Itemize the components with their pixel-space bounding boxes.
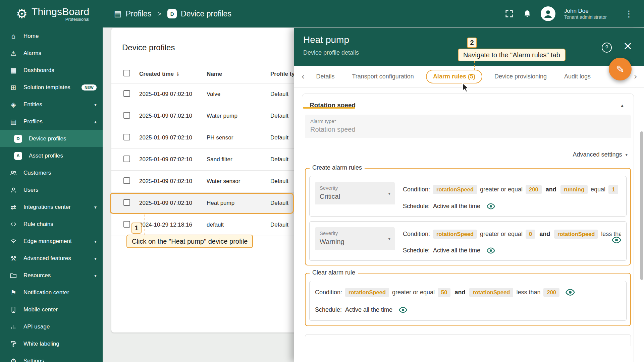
- schedule-row: Schedule: Active all the time: [403, 246, 621, 255]
- sidebar-item-asset-profiles[interactable]: A Asset profiles: [0, 147, 103, 164]
- key-chip: rotationSpeed: [433, 185, 477, 194]
- row-checkbox[interactable]: [123, 177, 130, 184]
- alarm-type-label: Alarm type*: [310, 118, 626, 124]
- severity-value: Warning: [320, 238, 390, 246]
- condition-row: Condition: rotationSpeed greater or equa…: [403, 184, 621, 194]
- edit-fab-button[interactable]: ✎: [609, 58, 632, 80]
- sidebar-item-api-usage[interactable]: API usage: [0, 318, 103, 335]
- dashboards-icon: ▦: [9, 66, 18, 74]
- breadcrumb-section[interactable]: Profiles: [126, 9, 152, 18]
- condition-eye-icon[interactable]: [611, 235, 622, 245]
- row-checkbox[interactable]: [123, 199, 130, 206]
- drawer-scrollbar[interactable]: [640, 131, 643, 280]
- severity-select[interactable]: Severity Warning ▾: [315, 227, 395, 250]
- help-button[interactable]: ?: [602, 43, 612, 53]
- tabs-back-icon[interactable]: ‹: [299, 71, 307, 81]
- advanced-settings-toggle[interactable]: Advanced settings ▾: [302, 146, 634, 163]
- sidebar-item-label: Customers: [23, 170, 51, 176]
- sidebar-item-home[interactable]: ⌂ Home: [0, 27, 103, 45]
- create-alarm-rules-group: Create alarm rules Severity Critical ▾ C…: [305, 168, 631, 265]
- alarm-icon: ⚠: [9, 49, 18, 57]
- user-name: John Doe: [564, 7, 614, 14]
- column-created-time[interactable]: Created time↓: [139, 71, 207, 77]
- user-menu[interactable]: John Doe Tenant administrator: [564, 7, 614, 20]
- tab-device-provisioning[interactable]: Device provisioning: [486, 73, 555, 80]
- advanced-features-icon: ⚒: [9, 254, 18, 262]
- sidebar-item-settings[interactable]: ⚙ Settings: [0, 352, 103, 362]
- sidebar-item-alarms[interactable]: ⚠ Alarms: [0, 45, 103, 62]
- column-name[interactable]: Name: [207, 71, 270, 77]
- key-chip: rotationSpeed: [433, 230, 477, 239]
- chevron-down-icon: ▾: [94, 239, 97, 244]
- condition-row: Condition: rotationSpeed greater or equa…: [403, 230, 621, 239]
- condition-label: Condition:: [315, 289, 342, 296]
- sidebar-item-white-labeling[interactable]: White labeling: [0, 335, 103, 352]
- sidebar-item-resources[interactable]: Resources ▾: [0, 267, 103, 284]
- row-checkbox[interactable]: [123, 156, 130, 162]
- sidebar-item-advanced-features[interactable]: ⚒ Advanced features ▾: [0, 250, 103, 267]
- users-icon: [9, 186, 18, 194]
- annotation-step-label-2: Navigate to the "Alarm rules" tab: [458, 49, 566, 61]
- row-checkbox[interactable]: [123, 90, 130, 97]
- chevron-down-icon: ▾: [94, 204, 97, 210]
- breadcrumb-page[interactable]: Device profiles: [181, 9, 231, 18]
- more-vert-icon[interactable]: ⋮: [623, 9, 635, 18]
- sidebar-item-device-profiles[interactable]: D Device profiles: [0, 130, 103, 147]
- alarm-type-field[interactable]: Alarm type* Rotation speed: [305, 115, 631, 138]
- schedule-eye-icon[interactable]: [486, 202, 495, 211]
- sidebar-item-entities[interactable]: ◈ Entities ▾: [0, 96, 103, 113]
- tab-audit-logs[interactable]: Audit logs: [555, 73, 599, 80]
- sidebar-item-users[interactable]: Users: [0, 181, 103, 198]
- sort-desc-icon: ↓: [176, 71, 180, 77]
- sidebar-item-dashboards[interactable]: ▦ Dashboards: [0, 62, 103, 79]
- select-all-checkbox[interactable]: [123, 70, 130, 76]
- tabs-forward-icon[interactable]: ›: [631, 71, 640, 81]
- key-chip: rotationSpeed: [554, 230, 598, 239]
- chevron-down-icon: ▾: [94, 102, 97, 107]
- asset-profile-icon: A: [14, 152, 22, 160]
- customers-icon: [9, 169, 18, 177]
- row-checkbox[interactable]: [123, 134, 130, 140]
- row-checkbox[interactable]: [123, 221, 130, 228]
- severity-value: Critical: [320, 193, 390, 200]
- sidebar-item-customers[interactable]: Customers: [0, 164, 103, 181]
- severity-select[interactable]: Severity Critical ▾: [315, 182, 395, 204]
- sidebar-item-mobile-center[interactable]: Mobile center: [0, 301, 103, 318]
- tab-transport-configuration[interactable]: Transport configuration: [343, 73, 422, 80]
- alarm-type-value: Rotation speed: [310, 126, 626, 133]
- tab-details[interactable]: Details: [307, 73, 343, 80]
- clear-alarm-rule-card: Condition: rotationSpeed greater or equa…: [309, 281, 627, 321]
- advanced-settings-label: Advanced settings: [573, 151, 622, 158]
- schedule-eye-icon[interactable]: [486, 246, 495, 255]
- sidebar-item-notification-center[interactable]: ⚑ Notification center: [0, 284, 103, 301]
- settings-gear-icon: ⚙: [9, 357, 18, 362]
- sidebar-item-profiles[interactable]: ▤ Profiles ▴: [0, 113, 103, 130]
- notifications-bell-icon[interactable]: [523, 9, 532, 18]
- sidebar-item-edge-management[interactable]: Edge management ▾: [0, 233, 103, 250]
- schedule-label: Schedule:: [403, 203, 430, 210]
- sidebar-item-integrations-center[interactable]: ⇄ Integrations center ▾: [0, 198, 103, 216]
- close-icon[interactable]: ×: [623, 40, 633, 51]
- collapse-section-icon[interactable]: ▴: [618, 102, 626, 109]
- edge-management-icon: [9, 238, 18, 245]
- sidebar-item-label: Edge management: [23, 238, 72, 245]
- thingsboard-logo[interactable]: ⚙ ThingsBoard Professional: [0, 6, 114, 22]
- schedule-eye-icon[interactable]: [398, 305, 408, 314]
- entities-icon: ◈: [9, 101, 18, 109]
- condition-eye-icon[interactable]: [565, 287, 575, 297]
- alarm-rule-card-warning: Severity Warning ▾ Condition: rotationSp…: [309, 221, 627, 261]
- new-badge: NEW: [82, 84, 97, 90]
- tab-alarm-rules[interactable]: Alarm rules (5): [426, 70, 482, 83]
- sidebar-item-solution-templates[interactable]: ⊞ Solution templates NEW: [0, 79, 103, 96]
- home-icon: ⌂: [9, 32, 18, 40]
- sidebar-item-label: Profiles: [23, 118, 43, 125]
- sidebar-item-rule-chains[interactable]: Rule chains: [0, 216, 103, 233]
- row-checkbox[interactable]: [123, 112, 130, 119]
- fullscreen-icon[interactable]: [504, 9, 514, 18]
- schedule-value: Active all the time: [433, 247, 480, 254]
- sidebar-item-label: Alarms: [23, 50, 41, 57]
- sidebar-item-label: Solution templates: [23, 84, 70, 91]
- avatar[interactable]: [541, 6, 555, 21]
- mobile-phone-icon: [9, 306, 18, 313]
- brand-name: ThingsBoard: [32, 6, 89, 17]
